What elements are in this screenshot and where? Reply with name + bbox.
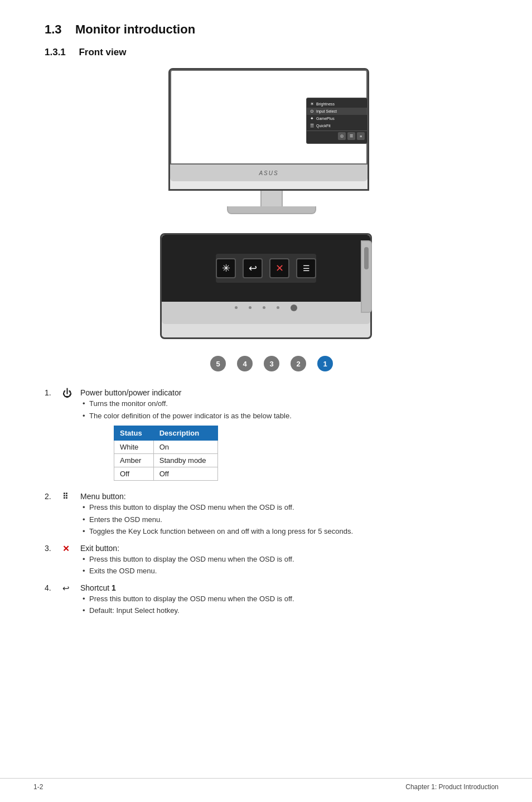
desc-bullets-1: Turns the monitor on/off. The color defi… — [81, 398, 499, 421]
monitor-zoom-view: ✳ ↩ ✕ ☰ — [160, 222, 383, 339]
bezel-dot-2 — [249, 306, 252, 309]
monitor-stand-base — [227, 206, 316, 214]
osd-brightness-icon: ☀ — [310, 102, 314, 107]
desc-num-4: 4. — [45, 583, 62, 592]
table-cell-status: White — [114, 441, 154, 454]
zoom-btn-exit: ✕ — [269, 258, 289, 278]
desc-num-2: 2. — [45, 492, 62, 501]
osd-brightness-label: Brightness — [316, 102, 335, 106]
monitor-body-top: ASUS ☀ Brightness ⊙ Input Select ✦ GameP… — [168, 68, 369, 191]
osd-quickfit-icon: ☰ — [310, 123, 314, 128]
menu-icon: ⠿ — [62, 492, 78, 501]
table-cell-desc: Off — [153, 467, 217, 481]
right-scroll-panel — [361, 240, 372, 313]
osd-gameplus-icon: ✦ — [310, 116, 314, 121]
desc-bullets-3: Press this button to display the OSD men… — [81, 554, 499, 577]
table-row: Off Off — [114, 467, 218, 481]
table-header-status: Status — [114, 426, 154, 441]
button-label-5: 5 — [210, 356, 226, 371]
monitor-top-view: ASUS ☀ Brightness ⊙ Input Select ✦ GameP… — [168, 68, 375, 214]
power-icon: ⏻ — [62, 388, 78, 399]
zoom-bezel — [162, 302, 370, 324]
desc-title-2: Menu button: — [80, 492, 499, 501]
desc-bullets-4: Press this button to display the OSD men… — [81, 593, 499, 616]
exit-icon: ✕ — [62, 544, 78, 554]
bullet-item: Exits the OSD menu. — [81, 566, 499, 577]
table-row: White On — [114, 441, 218, 454]
footer: 1-2 Chapter 1: Product Introduction — [0, 778, 532, 791]
zoom-screen-area: ✳ ↩ ✕ ☰ — [162, 235, 370, 302]
monitor-bezel-bottom: ASUS — [170, 165, 367, 181]
monitor-zoom-body: ✳ ↩ ✕ ☰ — [160, 233, 372, 339]
indicator-table: Status Description White On Amber Standb… — [114, 426, 218, 481]
bullet-item: Press this button to display the OSD men… — [81, 502, 499, 513]
scroll-indicator — [364, 247, 369, 269]
desc-block-1: Power button/power indicator Turns the m… — [80, 388, 499, 486]
desc-num-1: 1. — [45, 388, 62, 397]
desc-item-1: 1. ⏻ Power button/power indicator Turns … — [45, 388, 499, 486]
desc-block-4: Shortcut 1 Press this button to display … — [80, 583, 499, 617]
bullet-item: Press this button to display the OSD men… — [81, 593, 499, 605]
desc-title-3: Exit button: — [80, 544, 499, 553]
osd-item: ✦ GamePlus — [307, 115, 367, 122]
bezel-dial — [291, 305, 297, 311]
table-cell-status: Amber — [114, 454, 154, 467]
desc-block-3: Exit button: Press this button to displa… — [80, 544, 499, 578]
bezel-dot-1 — [235, 306, 238, 309]
table-cell-desc: On — [153, 441, 217, 454]
button-label-4: 4 — [237, 356, 253, 371]
bullet-item: Turns the monitor on/off. — [81, 398, 499, 409]
shortcut-icon: ↩ — [62, 583, 78, 593]
bullet-item: Press this button to display the OSD men… — [81, 554, 499, 565]
osd-icon-3: ≡ — [357, 132, 365, 140]
zoom-btn-menu: ☰ — [296, 258, 316, 278]
zoom-btn-brightness: ✳ — [216, 258, 236, 278]
bezel-dot-3 — [263, 306, 265, 309]
osd-menu-overlay: ☀ Brightness ⊙ Input Select ✦ GamePlus ☰… — [306, 98, 367, 144]
asus-logo: ASUS — [259, 170, 278, 176]
osd-quickfit-label: QuickFit — [316, 124, 331, 128]
bullet-item: Default: Input Select hotkey. — [81, 605, 499, 616]
desc-title-4: Shortcut 1 — [80, 583, 499, 592]
osd-item: ☀ Brightness — [307, 100, 367, 108]
osd-input-icon: ⊙ — [310, 109, 314, 114]
zoom-btn-input: ↩ — [243, 258, 263, 278]
desc-item-2: 2. ⠿ Menu button: Press this button to d… — [45, 492, 499, 538]
osd-gameplus-label: GamePlus — [316, 117, 335, 120]
table-header-description: Description — [153, 426, 217, 441]
monitor-diagram: ASUS ☀ Brightness ⊙ Input Select ✦ GameP… — [45, 68, 499, 383]
button-label-1: 1 — [317, 356, 333, 371]
osd-input-label: Input Select — [316, 109, 337, 113]
desc-item-4: 4. ↩ Shortcut 1 Press this button to dis… — [45, 583, 499, 617]
desc-item-3: 3. ✕ Exit button: Press this button to d… — [45, 544, 499, 578]
osd-item-selected: ⊙ Input Select — [307, 108, 367, 115]
zoom-buttons-row: ✳ ↩ ✕ ☰ — [216, 254, 316, 283]
footer-chapter: Chapter 1: Product Introduction — [405, 783, 499, 791]
bezel-dot-4 — [277, 306, 279, 309]
monitor-stand-neck — [260, 191, 283, 206]
desc-num-3: 3. — [45, 544, 62, 553]
table-cell-status: Off — [114, 467, 154, 481]
desc-block-2: Menu button: Press this button to displa… — [80, 492, 499, 538]
desc-title-1: Power button/power indicator — [80, 388, 499, 397]
description-list: 1. ⏻ Power button/power indicator Turns … — [45, 388, 499, 617]
bullet-item: Enters the OSD menu. — [81, 514, 499, 525]
section-heading: 1.3 Monitor introduction — [45, 22, 499, 37]
osd-icon-2: ☰ — [347, 132, 355, 140]
osd-bottom-icons: ◎ ☰ ≡ — [307, 131, 367, 141]
button-label-3: 3 — [264, 356, 279, 371]
subsection-heading: 1.3.1 Front view — [45, 47, 499, 58]
button-number-labels: 5 4 3 2 1 — [210, 356, 333, 371]
table-cell-desc: Standby mode — [153, 454, 217, 467]
table-row: Amber Standby mode — [114, 454, 218, 467]
bullet-item: The color definition of the power indica… — [81, 410, 499, 422]
bullet-item: Toggles the Key Lock function between on… — [81, 526, 499, 537]
desc-bullets-2: Press this button to display the OSD men… — [81, 502, 499, 537]
osd-icon-1: ◎ — [338, 132, 346, 140]
footer-page-number: 1-2 — [33, 783, 43, 791]
osd-item: ☰ QuickFit — [307, 122, 367, 129]
button-label-2: 2 — [291, 356, 306, 371]
